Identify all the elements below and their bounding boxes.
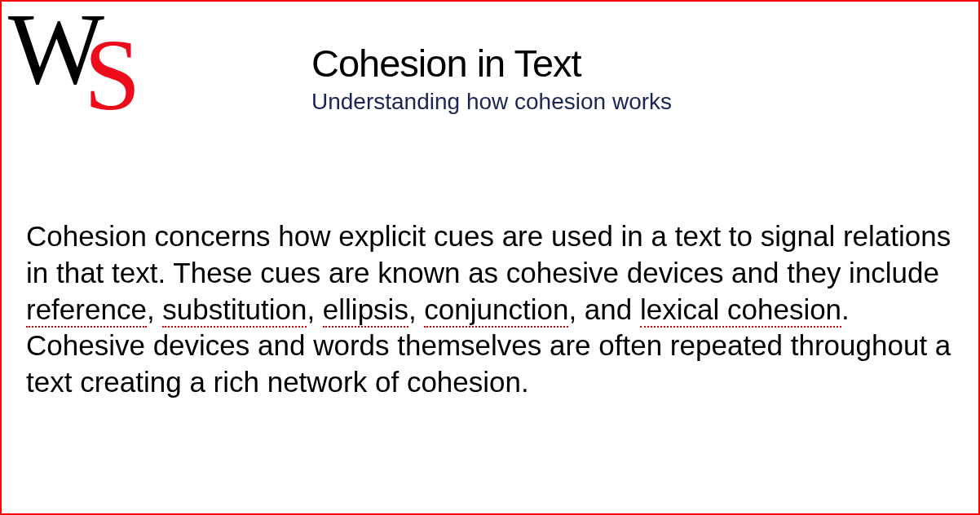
sep2: , — [307, 293, 322, 325]
term-ellipsis: ellipsis — [323, 293, 408, 328]
sep1: , — [147, 293, 162, 325]
page-title: Cohesion in Text — [311, 41, 672, 86]
page-subtitle: Understanding how cohesion works — [311, 89, 672, 115]
term-reference: reference — [26, 293, 147, 328]
term-substitution: substitution — [162, 293, 307, 328]
term-lexical-cohesion: lexical cohesion — [640, 293, 841, 328]
document-frame: W S Cohesion in Text Understanding how c… — [0, 0, 980, 515]
logo-ws: W S — [6, 6, 152, 128]
term-conjunction: conjunction — [424, 293, 568, 328]
sep3: , — [408, 293, 424, 325]
sep4: , and — [568, 293, 640, 325]
logo-letter-s: S — [84, 17, 141, 134]
body-paragraph: Cohesion concerns how explicit cues are … — [26, 218, 954, 401]
header: W S Cohesion in Text Understanding how c… — [2, 2, 978, 128]
title-block: Cohesion in Text Understanding how cohes… — [311, 41, 672, 115]
body-text-part1: Cohesion concerns how explicit cues are … — [26, 220, 951, 288]
